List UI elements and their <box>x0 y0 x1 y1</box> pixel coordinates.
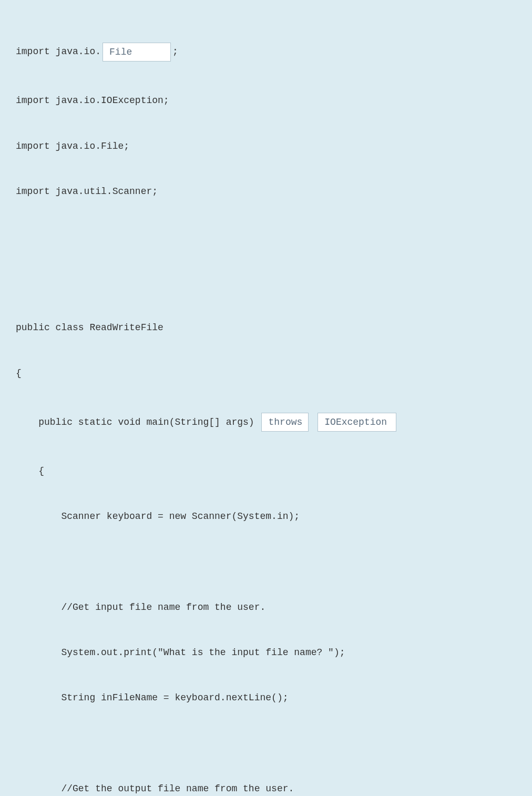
code-line: //Get input file name from the user. <box>16 600 516 615</box>
code-line: { <box>16 464 516 479</box>
code-line: import java.util.Scanner; <box>16 184 516 199</box>
code-line: { <box>16 366 516 381</box>
blank-exception[interactable] <box>318 413 396 432</box>
code-line: Scanner keyboard = new Scanner(System.in… <box>16 509 516 524</box>
code-line: public class ReadWriteFile <box>16 320 516 335</box>
code-line <box>16 554 516 569</box>
code-text: public static void main(String[] args) <box>16 415 260 430</box>
code-line: import java.io.File; <box>16 139 516 154</box>
code-line <box>16 275 516 290</box>
code-line: String inFileName = keyboard.nextLine(); <box>16 690 516 706</box>
code-line <box>16 229 516 244</box>
code-line: import java.io.IOException; <box>16 93 516 108</box>
code-line-7: public static void main(String[] args) <box>16 413 516 432</box>
blank-throws[interactable] <box>261 413 309 432</box>
code-text: ; <box>172 44 178 59</box>
code-container: import java.io. ; import java.io.IOExcep… <box>16 11 516 796</box>
code-line: System.out.print("What is the input file… <box>16 645 516 660</box>
code-line <box>16 736 516 751</box>
code-text <box>310 415 316 430</box>
code-line: //Get the output file name from the user… <box>16 781 516 796</box>
blank-import-class[interactable] <box>103 43 171 62</box>
code-text: import java.io. <box>16 44 101 59</box>
code-line-1: import java.io. ; <box>16 43 516 62</box>
